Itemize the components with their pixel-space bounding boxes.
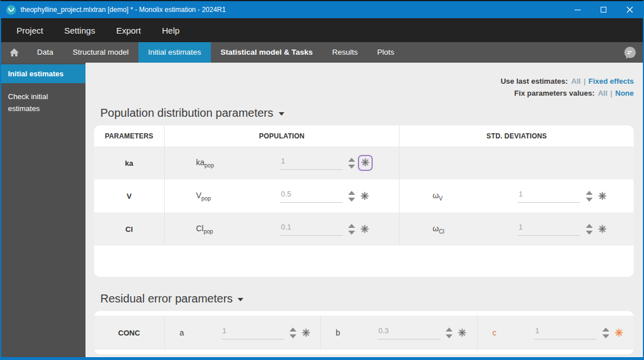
sidebar-item-initial-estimates[interactable]: Initial estimates <box>1 64 85 83</box>
menu-export[interactable]: Export <box>116 26 141 35</box>
ka-pop-input[interactable] <box>280 157 343 170</box>
omega-cl-input[interactable] <box>517 223 580 236</box>
param-c-stepper[interactable] <box>602 328 609 338</box>
spin-up-icon[interactable] <box>586 191 593 195</box>
param-a-label: a <box>180 328 221 337</box>
ka-pop-stepper[interactable] <box>348 158 355 169</box>
tab-plots[interactable]: Plots <box>368 42 404 63</box>
v-pop-label: Vpop <box>196 191 280 202</box>
spin-down-icon[interactable] <box>602 334 609 338</box>
spin-up-icon[interactable] <box>348 191 355 195</box>
population-section-title: Population distribution parameters <box>100 107 274 120</box>
sidebar-item-check-initial-estimates[interactable]: Check initial estimates <box>1 91 64 114</box>
tab-structural-model[interactable]: Structural model <box>63 42 138 63</box>
tab-initial-estimates[interactable]: Initial estimates <box>138 42 211 63</box>
param-b-label: b <box>336 328 377 337</box>
maximize-icon <box>601 7 606 13</box>
menu-project[interactable]: Project <box>17 26 43 35</box>
cl-pop-label: Clpop <box>196 224 280 235</box>
col-population: POPULATION <box>164 125 399 146</box>
tab-statistical-model-tasks[interactable]: Statistical model & Tasks <box>211 42 323 63</box>
omega-cl-label: ωCl <box>433 224 517 235</box>
spin-up-icon[interactable] <box>602 328 609 332</box>
feedback-button[interactable] <box>623 42 643 63</box>
maximize-button[interactable] <box>590 1 617 18</box>
param-c-input[interactable] <box>534 326 597 339</box>
fix-parameters-label: Fix parameters values: <box>514 89 594 97</box>
tab-bar: Data Structural model Initial estimates … <box>1 42 643 63</box>
table-row-ka: ka kapop <box>94 146 634 179</box>
tab-results[interactable]: Results <box>323 42 368 63</box>
parameter-name: V <box>94 179 164 212</box>
omega-v-stepper[interactable] <box>586 191 593 202</box>
speech-bubble-icon <box>623 46 637 59</box>
gear-icon[interactable] <box>598 191 607 201</box>
fix-none-link[interactable]: None <box>616 89 634 97</box>
v-pop-input[interactable] <box>280 190 343 203</box>
spin-up-icon[interactable] <box>348 224 355 228</box>
cl-pop-input[interactable] <box>280 223 343 236</box>
spin-up-icon[interactable] <box>446 328 453 332</box>
collapse-caret-icon[interactable] <box>238 298 243 301</box>
spin-up-icon[interactable] <box>348 158 355 162</box>
gear-icon-orange[interactable] <box>614 328 623 337</box>
use-last-all-link[interactable]: All <box>571 77 581 85</box>
spin-down-icon[interactable] <box>586 231 593 235</box>
spin-down-icon[interactable] <box>446 334 453 338</box>
gear-icon[interactable] <box>361 158 370 167</box>
use-last-fixed-effects-link[interactable]: Fixed effects <box>589 77 634 85</box>
gear-icon[interactable] <box>360 224 369 234</box>
spin-down-icon[interactable] <box>348 165 355 169</box>
residual-parameters-card: CONC a b c <box>94 311 634 354</box>
window-title: theophylline_project.mlxtran [demo] * - … <box>21 6 226 14</box>
col-parameters: PARAMETERS <box>94 125 164 146</box>
param-c-label: c <box>492 328 534 337</box>
pipe-separator: | <box>584 77 586 85</box>
param-b-input[interactable] <box>377 326 440 339</box>
menu-bar: Project Settings Export Help <box>1 18 643 42</box>
spin-up-icon[interactable] <box>586 224 593 228</box>
param-a-stepper[interactable] <box>290 328 296 338</box>
col-std-deviations: STD. DEVIATIONS <box>399 125 634 146</box>
gear-icon[interactable] <box>360 191 369 201</box>
residual-section-title: Residual error parameters <box>100 292 233 305</box>
v-pop-stepper[interactable] <box>348 191 355 202</box>
minimize-icon <box>574 10 581 10</box>
sidebar: Initial estimates Check initial estimate… <box>1 63 85 357</box>
gear-icon[interactable] <box>598 224 607 234</box>
monolix-app-icon <box>6 5 16 15</box>
collapse-caret-icon[interactable] <box>279 112 284 116</box>
menu-settings[interactable]: Settings <box>64 26 95 35</box>
gear-icon[interactable] <box>301 328 311 337</box>
spin-down-icon[interactable] <box>348 231 355 235</box>
omega-cl-stepper[interactable] <box>586 224 593 235</box>
pipe-separator: | <box>610 89 613 97</box>
minimize-button[interactable] <box>564 1 590 18</box>
tab-data[interactable]: Data <box>27 42 63 63</box>
spin-down-icon[interactable] <box>586 198 593 202</box>
spin-down-icon[interactable] <box>348 198 355 202</box>
population-parameters-card: PARAMETERS POPULATION STD. DEVIATIONS ka… <box>94 125 634 277</box>
ka-std-empty-cell <box>399 146 634 179</box>
home-button[interactable] <box>1 42 27 63</box>
param-b-stepper[interactable] <box>446 328 453 338</box>
menu-help[interactable]: Help <box>162 26 180 35</box>
app-window: theophylline_project.mlxtran [demo] * - … <box>0 0 644 360</box>
fix-all-link[interactable]: All <box>598 89 608 97</box>
population-section-heading: Population distribution parameters <box>100 105 643 121</box>
title-bar: theophylline_project.mlxtran [demo] * - … <box>1 1 643 18</box>
estimate-actions: Use last estimates:All|Fixed effects Fix… <box>500 75 634 99</box>
gear-icon[interactable] <box>458 328 467 337</box>
use-last-estimates-label: Use last estimates: <box>500 77 568 85</box>
parameter-name: Cl <box>94 212 164 246</box>
omega-v-input[interactable] <box>517 190 580 203</box>
close-button[interactable] <box>617 1 643 18</box>
spin-up-icon[interactable] <box>290 328 296 332</box>
close-icon <box>626 6 633 13</box>
param-a-input[interactable] <box>221 326 284 339</box>
omega-v-label: ωV <box>433 191 517 202</box>
cl-pop-stepper[interactable] <box>348 224 355 235</box>
table-row-v: V Vpop ωV <box>94 179 634 212</box>
table-row-conc: CONC a b c <box>94 316 634 350</box>
spin-down-icon[interactable] <box>290 334 296 338</box>
